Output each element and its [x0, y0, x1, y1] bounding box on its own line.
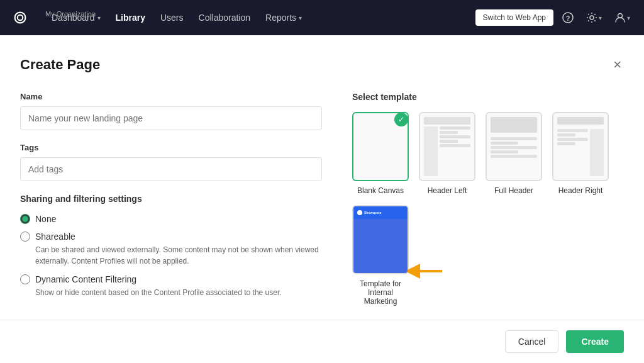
switch-to-web-app-button[interactable]: Switch to Web App [475, 9, 554, 26]
user-icon [614, 12, 626, 23]
create-page-modal: Create Page × Name Tags Sharing and filt… [0, 35, 644, 363]
radio-shareable-label: Shareable [35, 232, 75, 242]
radio-dynamic-description: Show or hide content based on the Conten… [35, 287, 322, 298]
radio-group: None Shareable Can be shared and viewed … [20, 214, 322, 298]
topnav-right: Switch to Web App ? ▾ ▾ [475, 8, 635, 27]
main-content: Create Page × Name Tags Sharing and filt… [0, 35, 644, 363]
gear-icon [586, 12, 597, 23]
settings-chevron-icon: ▾ [599, 14, 602, 21]
left-panel: Name Tags Sharing and filtering settings… [20, 92, 322, 320]
nav-users[interactable]: Users [154, 9, 190, 26]
template-grid: ✓ Blank Canvas [352, 112, 624, 306]
right-panel: Select template ✓ Blank Canvas [352, 92, 624, 320]
tags-input[interactable] [20, 157, 322, 181]
radio-dynamic[interactable] [20, 274, 30, 284]
cancel-button[interactable]: Cancel [505, 330, 559, 353]
template-header-left-thumb [419, 112, 475, 181]
template-header-left-label: Header Left [428, 186, 467, 195]
marketing-header: Showspace [353, 206, 408, 219]
template-blank-canvas[interactable]: ✓ Blank Canvas [352, 112, 409, 195]
template-header-right[interactable]: Header Right [552, 112, 609, 195]
radio-item-shareable: Shareable Can be shared and viewed exter… [20, 232, 322, 267]
selected-check-icon: ✓ [394, 113, 408, 126]
radio-item-dynamic: Dynamic Content Filtering Show or hide c… [20, 274, 322, 298]
modal-header: Create Page × [20, 55, 624, 74]
template-header-right-thumb [552, 112, 609, 181]
sharing-settings-title: Sharing and filtering settings [20, 194, 322, 204]
org-name: My Organization [45, 10, 96, 18]
radio-none[interactable] [20, 214, 30, 224]
nav-library[interactable]: Library [109, 9, 152, 26]
radio-dynamic-label: Dynamic Content Filtering [35, 274, 136, 284]
close-button[interactable]: × [611, 55, 624, 74]
svg-text:?: ? [566, 14, 570, 22]
radio-none-label: None [35, 214, 56, 224]
help-button[interactable]: ? [558, 8, 577, 27]
template-blank-label: Blank Canvas [357, 186, 404, 195]
modal-footer: Cancel Create [0, 320, 644, 363]
radio-shareable[interactable] [20, 232, 30, 242]
nav-collaboration[interactable]: Collaboration [192, 9, 257, 26]
template-header-left[interactable]: Header Left [419, 112, 475, 195]
chevron-down-icon: ▾ [299, 14, 302, 21]
template-internal-marketing[interactable]: Showspace [352, 205, 409, 306]
template-section-title: Select template [352, 92, 624, 102]
radio-item-none: None [20, 214, 322, 224]
user-chevron-icon: ▾ [627, 14, 630, 21]
orange-arrow-icon [408, 262, 445, 281]
tags-label: Tags [20, 143, 322, 152]
user-menu-button[interactable]: ▾ [611, 8, 634, 27]
template-full-header-thumb [486, 112, 542, 181]
template-internal-marketing-thumb: Showspace [352, 205, 409, 274]
radio-shareable-description: Can be shared and viewed externally. Som… [35, 244, 322, 267]
top-navigation: My Organization Dashboard ▾ Library User… [0, 0, 644, 35]
marketing-body [353, 219, 408, 273]
nav-reports[interactable]: Reports ▾ [259, 9, 308, 26]
modal-title: Create Page [20, 57, 100, 73]
template-header-right-label: Header Right [558, 186, 603, 195]
template-full-header[interactable]: Full Header [486, 112, 542, 195]
name-input[interactable] [20, 106, 322, 130]
logo[interactable] [10, 8, 30, 28]
create-button[interactable]: Create [566, 330, 624, 353]
template-full-header-label: Full Header [494, 186, 533, 195]
svg-point-2 [590, 16, 594, 20]
marketing-logo-icon [357, 210, 362, 215]
modal-body: Name Tags Sharing and filtering settings… [20, 92, 624, 320]
chevron-down-icon: ▾ [97, 14, 101, 21]
name-label: Name [20, 92, 322, 101]
template-internal-marketing-label: Template for Internal Marketing [352, 279, 409, 306]
help-icon: ? [562, 12, 574, 23]
settings-button[interactable]: ▾ [582, 8, 606, 27]
template-blank-thumb: ✓ [352, 112, 409, 181]
